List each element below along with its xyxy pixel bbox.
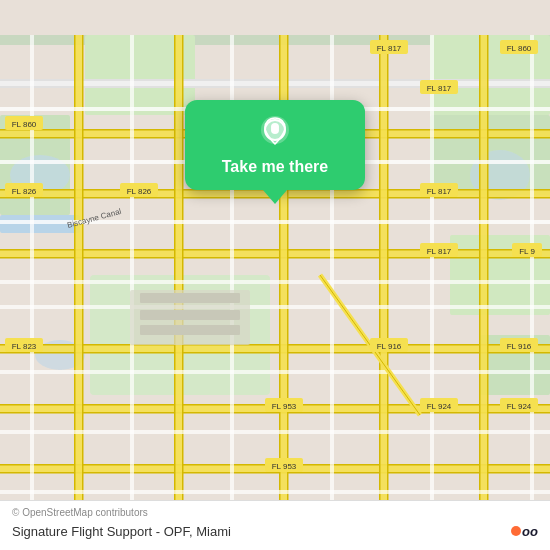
svg-point-107 <box>271 123 279 131</box>
svg-text:FL 826: FL 826 <box>127 187 152 196</box>
location-line: Signature Flight Support - OPF, Miami oo… <box>12 520 538 542</box>
svg-rect-67 <box>140 310 240 320</box>
svg-text:FL 9: FL 9 <box>519 247 535 256</box>
svg-rect-58 <box>130 35 134 515</box>
svg-rect-56 <box>0 490 550 494</box>
map-container: FL 817 FL 860 FL 817 FL 860 FL 826 FL 82… <box>0 0 550 550</box>
svg-rect-68 <box>140 325 240 335</box>
svg-text:oovit: oovit <box>522 524 538 539</box>
moovit-logo-icon: oovit <box>510 520 538 542</box>
svg-text:FL 953: FL 953 <box>272 462 297 471</box>
svg-rect-57 <box>30 35 34 515</box>
svg-rect-66 <box>140 293 240 303</box>
popup-arrow <box>263 190 287 204</box>
location-name: Signature Flight Support - OPF, Miami <box>12 524 231 539</box>
svg-rect-62 <box>530 35 534 515</box>
svg-text:FL 817: FL 817 <box>427 187 452 196</box>
svg-rect-53 <box>0 305 550 309</box>
bottom-bar: © OpenStreetMap contributors Signature F… <box>0 500 550 550</box>
take-me-there-button[interactable]: Take me there <box>222 158 328 176</box>
svg-text:FL 916: FL 916 <box>507 342 532 351</box>
svg-rect-52 <box>0 280 550 284</box>
moovit-logo: oovit <box>510 520 538 542</box>
svg-rect-54 <box>0 370 550 374</box>
svg-rect-55 <box>0 430 550 434</box>
svg-point-108 <box>511 526 521 536</box>
svg-text:FL 953: FL 953 <box>272 402 297 411</box>
map-background: FL 817 FL 860 FL 817 FL 860 FL 826 FL 82… <box>0 0 550 550</box>
svg-rect-61 <box>430 35 434 515</box>
svg-text:FL 817: FL 817 <box>427 84 452 93</box>
popup-bubble: Take me there <box>185 100 365 190</box>
svg-text:FL 924: FL 924 <box>427 402 452 411</box>
svg-text:FL 860: FL 860 <box>12 120 37 129</box>
svg-text:FL 916: FL 916 <box>377 342 402 351</box>
svg-text:FL 860: FL 860 <box>507 44 532 53</box>
svg-text:FL 817: FL 817 <box>427 247 452 256</box>
svg-text:FL 826: FL 826 <box>12 187 37 196</box>
svg-text:FL 823: FL 823 <box>12 342 37 351</box>
svg-text:FL 817: FL 817 <box>377 44 402 53</box>
location-pin-icon <box>257 114 293 150</box>
svg-text:FL 924: FL 924 <box>507 402 532 411</box>
popup-card: Take me there <box>185 100 365 204</box>
copyright-text: © OpenStreetMap contributors <box>12 507 538 518</box>
